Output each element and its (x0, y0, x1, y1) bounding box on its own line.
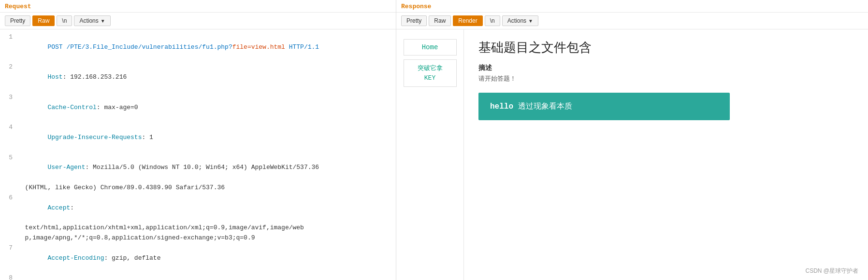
response-body: Home 突破它拿KEY 基础题目之文件包含 摘述 请开始答题！ hello 透… (396, 29, 868, 280)
code-line-1: 1 POST /PTE/3.File_Include/vulnerabiliti… (0, 32, 396, 62)
page-title: 基础题目之文件包含 (478, 39, 854, 56)
code-line-6: 6 Accept: (0, 193, 396, 223)
nav-item-home[interactable]: Home (404, 39, 457, 56)
tab-raw-response[interactable]: Raw (429, 15, 451, 26)
actions-button-request[interactable]: Actions ▼ (74, 15, 110, 26)
code-line-8: 8 Accept-Language: zh-CN, zh;q=0.9 (0, 273, 396, 280)
request-panel: Request Pretty Raw \n Actions ▼ 1 POST /… (0, 0, 396, 280)
tab-newline-response[interactable]: \n (485, 15, 500, 26)
tab-raw-request[interactable]: Raw (32, 15, 55, 26)
teal-bold-text: hello (490, 102, 513, 111)
tab-pretty-response[interactable]: Pretty (401, 15, 427, 26)
watermark-text: CSDN @星球守护者 (805, 267, 858, 275)
response-title: Response (396, 0, 868, 13)
response-main-content: 基础题目之文件包含 摘述 请开始答题！ hello 透过现象看本质 (464, 29, 868, 280)
chevron-down-icon-response: ▼ (528, 18, 533, 24)
code-line-5b: (KHTML, like Gecko) Chrome/89.0.4389.90 … (0, 183, 396, 193)
request-toolbar: Pretty Raw \n Actions ▼ (0, 13, 396, 29)
code-line-3: 3 Cache-Control: max-age=0 (0, 93, 396, 123)
actions-button-response[interactable]: Actions ▼ (502, 15, 538, 26)
tab-pretty-request[interactable]: Pretty (5, 15, 30, 26)
chevron-down-icon: ▼ (101, 18, 105, 24)
teal-content-box: hello 透过现象看本质 (478, 93, 730, 120)
code-line-4: 4 Upgrade-Insecure-Requests: 1 (0, 123, 396, 153)
nav-item-key[interactable]: 突破它拿KEY (404, 59, 457, 87)
tab-render-response[interactable]: Render (453, 15, 482, 26)
code-line-7: 7 Accept-Encoding: gzip, deflate (0, 243, 396, 273)
response-panel: Response Pretty Raw Render \n Actions ▼ … (396, 0, 868, 280)
teal-rest-text: 透过现象看本质 (513, 102, 572, 111)
code-line-2: 2 Host: 192.168.253.216 (0, 62, 396, 92)
code-line-6b: text/html,application/xhtml+xml,applicat… (0, 223, 396, 233)
request-title: Request (0, 0, 396, 13)
code-line-6c: p,image/apng,*/*;q=0.8,application/signe… (0, 233, 396, 243)
tab-newline-request[interactable]: \n (57, 15, 72, 26)
code-line-5: 5 User-Agent: Mozilla/5.0 (Windows NT 10… (0, 153, 396, 183)
request-code-area: 1 POST /PTE/3.File_Include/vulnerabiliti… (0, 29, 396, 280)
response-nav-sidebar: Home 突破它拿KEY (396, 29, 464, 280)
response-toolbar: Pretty Raw Render \n Actions ▼ (396, 13, 868, 29)
section-text: 请开始答题！ (478, 74, 854, 83)
section-label: 摘述 (478, 64, 854, 72)
